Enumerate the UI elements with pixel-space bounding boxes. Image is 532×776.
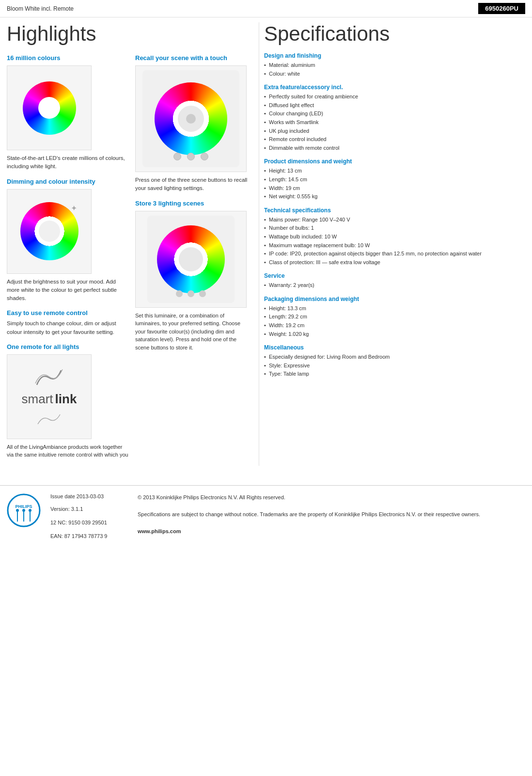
highlights-two-col: 16 million colours State-of-the-art LED'… (7, 54, 249, 466)
spec-item: Dimmable with remote control (264, 144, 525, 153)
scene-button-3 (201, 153, 208, 160)
highlight-dimming-title: Dimming and colour intensity (7, 178, 128, 185)
spec-technical-title: Technical specifications (264, 207, 525, 214)
spec-misc: Miscellaneous Especially designed for: L… (264, 344, 525, 379)
link-text: link (55, 392, 77, 407)
spec-design: Design and finishing Material: aluminium… (264, 52, 525, 78)
spec-item: Wattage bulb included: 10 W (264, 233, 525, 241)
highlights-right-subcol: Recall your scene with a touch (135, 54, 249, 466)
website-link: www.philips.com (138, 527, 525, 536)
dimming-image: ✦ (7, 189, 92, 274)
highlight-easy-remote: Easy to use remote control Simply touch … (7, 309, 128, 336)
spec-item: Colour changing (LED) (264, 110, 525, 118)
scene-button-2 (187, 153, 195, 160)
spec-misc-title: Miscellaneous (264, 344, 525, 351)
highlight-store-title: Store 3 lighting scenes (135, 200, 249, 207)
spec-extra-list: Perfectly suited for creating ambience D… (264, 93, 525, 152)
conic-wheel-inner (38, 97, 60, 119)
spec-item: Material: aluminium (264, 61, 525, 70)
highlight-16m-colours: 16 million colours State-of-the-art LED'… (7, 54, 128, 171)
store-btn-3 (199, 290, 206, 297)
specs-title: Specifications (264, 22, 525, 46)
spec-item: Length: 29.2 cm (264, 313, 525, 321)
issue-date: Issue date 2013-03-03 (50, 493, 128, 499)
highlight-one-remote-text: All of the LivingAmbiance products work … (7, 443, 128, 459)
header: Bloom White incl. Remote 6950260PU (0, 0, 532, 17)
copyright-text: © 2013 Koninklijke Philips Electronics N… (138, 493, 525, 502)
spec-item: Height: 13 cm (264, 167, 525, 175)
specifications-column: Specifications Design and finishing Mate… (259, 22, 525, 466)
spec-item: Length: 14.5 cm (264, 175, 525, 184)
highlight-easy-remote-text: Simply touch to change colour, dim or ad… (7, 319, 128, 336)
highlight-recall-text: Press one of the three scene buttons to … (135, 176, 249, 193)
colour-wheel-image (7, 65, 92, 150)
store-scene-buttons (176, 290, 206, 297)
ean-number: EAN: 87 17943 78773 9 (50, 533, 128, 539)
highlight-16m-text: State-of-the-art LED's create millions o… (7, 154, 128, 171)
remote-color-wheel (155, 82, 227, 155)
svg-point-6 (22, 509, 25, 512)
store-btn-2 (188, 290, 194, 297)
spec-item: Colour: white (264, 70, 525, 79)
footer-meta: Issue date 2013-03-03 Version: 3.1.1 12 … (50, 493, 128, 539)
smartlink-waves-icon (34, 368, 63, 390)
remote-center-button (178, 106, 204, 132)
dimming-inner-circle (39, 221, 60, 242)
spec-design-title: Design and finishing (264, 52, 525, 59)
spec-item: Class of protection: III — safe extra lo… (264, 258, 525, 267)
smartlink-logo: smartlink (22, 392, 77, 407)
spec-product-dims: Product dimensions and weight Height: 13… (264, 158, 525, 201)
spec-item: Diffused light effect (264, 101, 525, 110)
spec-packaging-dims-list: Height: 13.3 cm Length: 29.2 cm Width: 1… (264, 304, 525, 338)
conic-wheel-graphic (23, 81, 76, 135)
spec-misc-list: Especially designed for: Living Room and… (264, 353, 525, 379)
philips-logo: PHILIPS (7, 493, 41, 527)
spec-product-dims-list: Height: 13 cm Length: 14.5 cm Width: 19 … (264, 167, 525, 201)
smart-text: smart (22, 392, 53, 407)
spec-item: Height: 13.3 cm (264, 304, 525, 313)
spec-technical-list: Mains power: Range 100 V–240 V Number of… (264, 216, 525, 267)
nc-number: 12 NC: 9150 039 29501 (50, 520, 128, 525)
spec-extra-feature: Extra feature/accessory incl. Perfectly … (264, 84, 525, 152)
spec-item: Perfectly suited for creating ambience (264, 93, 525, 101)
spec-item: Warranty: 2 year(s) (264, 281, 525, 290)
spec-item: Remote control included (264, 135, 525, 144)
spec-item: Maximum wattage replacement bulb: 10 W (264, 241, 525, 250)
dimming-wheel-graphic (20, 202, 78, 260)
spec-item: Width: 19.2 cm (264, 321, 525, 330)
version: Version: 3.1.1 (50, 506, 128, 512)
store-btn-1 (176, 290, 183, 297)
highlight-easy-remote-title: Easy to use remote control (7, 309, 128, 317)
sun-icon: ✦ (71, 204, 77, 213)
spec-technical: Technical specifications Mains power: Ra… (264, 207, 525, 267)
spec-service-list: Warranty: 2 year(s) (264, 281, 525, 290)
footer-legal: © 2013 Koninklijke Philips Electronics N… (138, 493, 525, 536)
spec-item: Especially designed for: Living Room and… (264, 353, 525, 362)
spec-item: Works with Smartlink (264, 118, 525, 127)
spec-extra-title: Extra feature/accessory incl. (264, 84, 525, 91)
highlight-dimming: Dimming and colour intensity ✦ Adjust th… (7, 178, 128, 303)
highlight-16m-title: 16 million colours (7, 54, 128, 62)
product-name: Bloom White incl. Remote (7, 5, 74, 12)
spec-item: IP code: IP20, protection against object… (264, 250, 525, 258)
scene-button-1 (173, 153, 181, 160)
store-scenes-image (135, 211, 247, 308)
remote-inner-button (186, 114, 196, 124)
highlight-one-remote: One remote for all lights smartl (7, 343, 128, 459)
spec-packaging-dims: Packaging dimensions and weight Height: … (264, 296, 525, 338)
spec-item: Type: Table lamp (264, 370, 525, 379)
highlight-store-scenes: Store 3 lighting scenes (135, 200, 249, 352)
scene-buttons-row (173, 153, 208, 160)
highlights-column: Highlights 16 million colours State-of-t… (7, 22, 259, 466)
highlights-title: Highlights (7, 22, 249, 46)
highlight-dimming-text: Adjust the brightness to suit your mood.… (7, 278, 128, 303)
svg-text:PHILIPS: PHILIPS (15, 504, 32, 509)
spec-item: Style: Expressive (264, 362, 525, 370)
spec-packaging-dims-title: Packaging dimensions and weight (264, 296, 525, 302)
spec-item: Number of bulbs: 1 (264, 224, 525, 233)
store-center (179, 247, 203, 271)
svg-point-7 (29, 509, 31, 512)
smartlink-image: smartlink (7, 354, 92, 439)
recall-scene-image (135, 65, 247, 172)
svg-point-5 (16, 509, 19, 512)
